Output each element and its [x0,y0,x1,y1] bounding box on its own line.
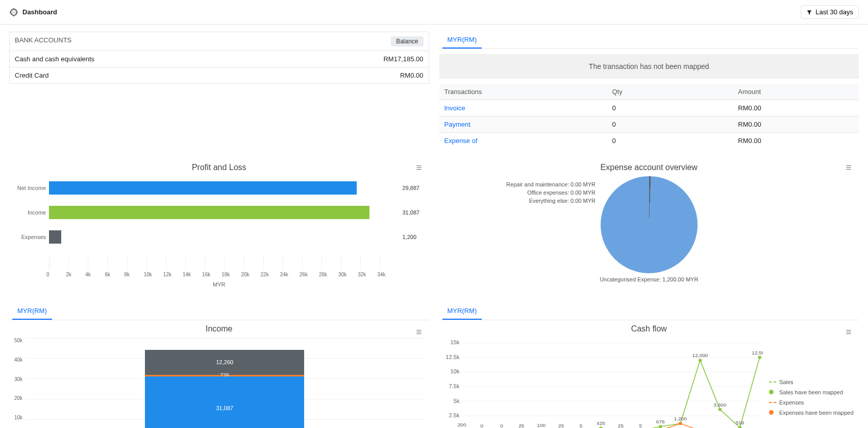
svg-text:12,500: 12,500 [752,350,763,355]
pl-row-label: Income [15,209,46,216]
chart-menu-button[interactable] [842,326,855,339]
cashflow-legend: SalesSales have been mappedExpensesExpen… [766,338,856,428]
cashflow-title: Cash flow [439,320,859,336]
svg-text:10k: 10k [450,369,460,374]
table-row: Payment 0 RM0.00 [439,116,859,133]
unmapped-notice: The transaction has not been mapped [439,54,859,79]
expense-overview-title: Expense account overview [439,159,859,174]
svg-point-74 [758,356,761,359]
pl-bar-value: 29,887 [403,185,423,191]
tab-currency[interactable]: MYR(RM) [442,303,482,320]
bank-accounts-table: BANK ACCOUNTS Balance Cash and cash equi… [9,32,429,84]
svg-text:100: 100 [537,422,545,427]
unmapped-transactions-panel: MYR(RM) The transaction has not been map… [439,32,859,149]
chart-menu-button[interactable] [842,162,855,173]
pl-row-label: Expenses [15,234,46,240]
date-filter-label: Last 30 days [815,8,853,16]
svg-text:2.5k: 2.5k [449,413,460,418]
legend-item[interactable]: Expenses [769,399,856,406]
svg-text:15k: 15k [450,340,460,345]
pl-bar-value: 1,200 [403,234,423,240]
svg-text:425: 425 [597,421,605,426]
tab-currency[interactable]: MYR(RM) [12,303,52,320]
col-qty: Qty [607,84,733,100]
income-yaxis: 50k40k30k20k10k0 [14,338,26,428]
bank-accounts-panel: BANK ACCOUNTS Balance Cash and cash equi… [9,32,429,149]
svg-text:1,200: 1,200 [674,416,686,421]
legend-item[interactable]: Expenses have been mapped [769,410,856,416]
bank-accounts-header: BANK ACCOUNTS Balance [10,32,429,51]
cashflow-plot-area[interactable]: 15k12.5k10k7.5k5k2.5k020029/07/2024030/0… [442,338,763,428]
dashboard-icon [9,8,18,17]
svg-text:25: 25 [518,423,524,428]
svg-point-62 [698,359,702,362]
pl-bar-track[interactable] [49,181,400,195]
pl-bar-value: 31,087 [403,209,423,216]
pie-side-labels: Repair and maintenance: 0.00 MYR Office … [506,181,596,204]
trans-link-payment[interactable]: Payment [444,121,470,128]
cashflow-panel: MYR(RM) Cash flow 15k12.5k10k7.5k5k2.5k0… [439,303,859,428]
svg-text:12.5k: 12.5k [445,354,460,360]
svg-text:12,000: 12,000 [692,353,708,358]
svg-point-54 [658,425,662,428]
table-row: Expense of 0 RM0.00 [439,133,859,149]
trans-link-invoice[interactable]: Invoice [444,104,465,112]
hamburger-menu-icon [415,164,423,171]
hamburger-menu-icon [845,328,853,336]
svg-text:5k: 5k [453,398,460,403]
bank-row[interactable]: Cash and cash equivalents RM17,185.00 [10,51,429,67]
profit-loss-axis-label: MYR [14,281,424,288]
pl-bar-track[interactable] [49,206,400,219]
top-bar: Dashboard Last 30 days [0,0,868,25]
svg-text:25: 25 [558,423,564,428]
col-transactions: Transactions [439,84,607,100]
page-title-text: Dashboard [22,8,57,16]
svg-text:516: 516 [735,420,744,425]
legend-item[interactable]: Sales have been mapped [769,389,856,395]
income-stack-segment[interactable]: 31,087 [145,376,304,428]
income-plot-area[interactable]: 31,08777612,260 [26,338,424,428]
income-title: Income [9,320,429,336]
pl-row-label: Net Income [15,185,46,191]
transactions-table: Transactions Qty Amount Invoice 0 RM0.00… [439,84,859,149]
profit-loss-panel: Profit and Loss Net Income29,887Income31… [9,159,429,293]
svg-text:676: 676 [656,419,664,424]
page-title: Dashboard [9,8,57,17]
svg-text:0: 0 [480,423,483,428]
bank-row[interactable]: Credit Card RM0.00 [10,67,429,84]
income-stack-segment[interactable]: 12,260 [145,350,304,375]
profit-loss-title: Profit and Loss [9,159,429,174]
col-amount: Amount [733,84,859,100]
svg-text:5: 5 [639,423,642,428]
filter-icon [806,9,812,15]
hamburger-menu-icon [845,164,853,171]
svg-text:5: 5 [579,423,582,428]
trans-link-expense[interactable]: Expense of [444,137,478,145]
table-row: Invoice 0 RM0.00 [439,100,859,116]
svg-text:7.5k: 7.5k [449,384,460,389]
expense-overview-panel: Expense account overview Repair and main… [439,159,859,293]
balance-header-pill: Balance [391,36,423,46]
svg-point-66 [718,408,722,411]
legend-item[interactable]: Sales [769,379,856,385]
pl-bar-track[interactable] [49,230,400,244]
svg-text:3,600: 3,600 [713,402,726,407]
income-panel: MYR(RM) Income 50k40k30k20k10k0 31,08777… [9,303,429,428]
expense-pie-chart[interactable] [601,176,698,273]
date-filter-button[interactable]: Last 30 days [801,5,859,19]
svg-point-59 [678,422,682,425]
tab-currency[interactable]: MYR(RM) [442,32,482,49]
svg-text:25: 25 [617,423,623,428]
chart-menu-button[interactable] [413,162,425,173]
svg-text:200: 200 [457,422,466,427]
svg-text:0: 0 [500,423,503,428]
hamburger-menu-icon [415,328,423,336]
pie-main-label: Uncategorised Expense: 1,200.00 MYR [600,276,698,282]
